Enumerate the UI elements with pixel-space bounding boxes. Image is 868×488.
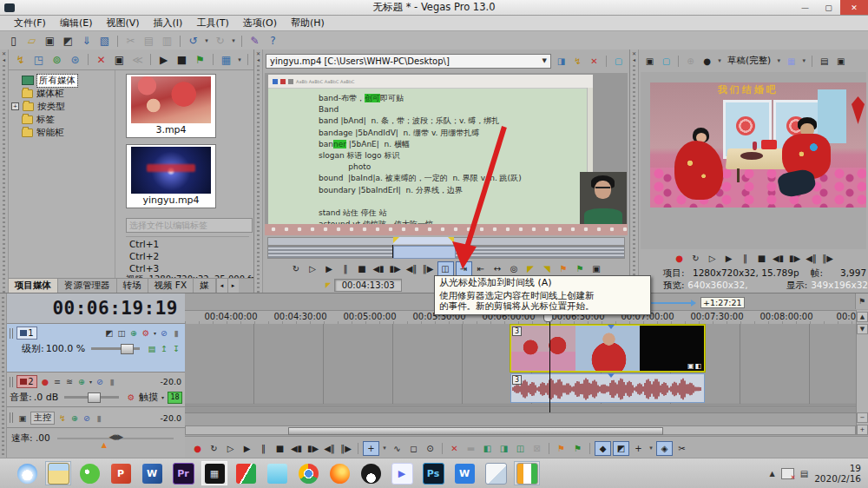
media-play-icon[interactable]: ▶	[155, 52, 172, 68]
minimize-button[interactable]: —	[793, 0, 817, 15]
capture-frame-icon[interactable]: ↯	[570, 54, 585, 68]
envelope-icon[interactable]: ≋	[63, 376, 76, 387]
track-fx-icon[interactable]: ⊕	[128, 327, 140, 339]
audio-event-clip[interactable]: 3	[510, 373, 705, 403]
next-frame-icon[interactable]: ‖▶	[339, 441, 353, 455]
play-icon[interactable]: ▶	[240, 441, 254, 455]
tree-item-1[interactable]: 媒体柜	[9, 87, 115, 100]
tree-item-2[interactable]: +按类型	[9, 100, 115, 113]
audio-track-header[interactable]: 2 ●≡≋⊕▾⊘▮ -20.0 音量: .0 dB ⚙ 触摸 ▾ 18	[7, 373, 185, 407]
zoom-in-icon[interactable]: +	[857, 425, 868, 435]
vertical-scrollbar[interactable]: ▲ ▼ − +	[856, 310, 868, 435]
go-to-start-icon[interactable]: ◀▮	[771, 251, 786, 265]
compositing-mode-icon[interactable]: ▤	[146, 343, 158, 354]
tree-item-4[interactable]: 智能柜	[9, 126, 115, 139]
auto-ripple-icon[interactable]: ◩	[613, 441, 629, 456]
master-bus-header[interactable]: ▣ 主控 ↯⊕⊘▮ -20.0	[7, 407, 185, 428]
menu-item-3[interactable]: 插入(I)	[147, 16, 190, 30]
automation-gear-icon[interactable]: ⚙	[125, 392, 137, 403]
close-button[interactable]: ✕	[840, 0, 868, 15]
selection-tool-icon[interactable]: ◻	[406, 441, 421, 455]
menu-item-0[interactable]: 文件(F)	[7, 16, 53, 30]
envelope-tool-icon[interactable]: ∿	[390, 441, 404, 455]
taskbar-powerpoint-icon[interactable]: P	[108, 461, 134, 485]
stop-icon[interactable]: ■	[273, 441, 287, 455]
tree-item-3[interactable]: 标签	[9, 113, 115, 126]
tag-edit-box[interactable]: 选择文件以编辑标签	[126, 218, 253, 233]
tab-1[interactable]: 资源管理器	[58, 279, 117, 293]
slip-icon[interactable]: ◨	[496, 441, 511, 455]
ungroup-icon[interactable]: ✂	[674, 441, 689, 455]
audio-editor-icon[interactable]: ◎	[507, 262, 522, 276]
taskbar-word-icon[interactable]: W	[139, 461, 165, 485]
track-grip[interactable]	[10, 377, 15, 387]
menu-item-1[interactable]: 编辑(E)	[53, 16, 100, 30]
delete-icon[interactable]: ✕	[447, 441, 462, 455]
automation-mode[interactable]: 触摸	[139, 391, 158, 404]
zoom-tool-icon[interactable]: ⊙	[423, 441, 437, 455]
remove-media-icon[interactable]: ✕	[93, 52, 109, 68]
video-output-fx-icon[interactable]: ⊕	[683, 54, 698, 68]
collapse-icon[interactable]: ◂	[257, 56, 260, 63]
play-icon[interactable]: ▶	[322, 262, 337, 276]
get-media-web-icon[interactable]: ⊚	[49, 52, 65, 68]
zoom-out-icon[interactable]: −	[857, 412, 868, 423]
split-dropdown-icon[interactable]: ▾	[716, 54, 723, 68]
insert-event-icon[interactable]: +	[631, 441, 646, 455]
taskbar-xunfei-icon[interactable]: ▶	[389, 461, 415, 485]
trim-icon[interactable]: ▬	[464, 441, 478, 455]
slide-icon[interactable]: ◫	[513, 441, 528, 455]
scroll-down-icon[interactable]: ▼	[857, 324, 868, 334]
trimmer-scrub-area[interactable]	[267, 237, 625, 260]
taskbar-vegas-icon[interactable]: ▦	[201, 461, 227, 485]
media-panel-grip[interactable]: ✕◂	[0, 49, 9, 293]
interaction-brush-icon[interactable]: ✎	[247, 33, 263, 49]
voice-fx-icon[interactable]: ↯	[56, 412, 69, 424]
dim-icon[interactable]: ▮	[93, 412, 105, 424]
taskbar-photoshop-icon[interactable]: Ps	[420, 461, 446, 485]
mute-icon[interactable]: ⊘	[94, 376, 106, 387]
taskbar-wechat-icon[interactable]	[76, 461, 102, 485]
out-marker[interactable]	[448, 237, 454, 243]
media-clip-card[interactable]: 3.mp4	[126, 74, 216, 138]
taskbar-cat-app-icon[interactable]	[264, 461, 290, 485]
mute-icon[interactable]: ⊘	[158, 327, 170, 339]
quality-dropdown-icon[interactable]: ▾	[775, 54, 782, 68]
timeline-grip[interactable]	[0, 293, 7, 459]
copy-icon[interactable]: ▤	[141, 33, 157, 49]
make-parent-icon[interactable]: ↥	[158, 343, 170, 354]
redo-dropdown-icon[interactable]: ▾	[230, 33, 237, 49]
overlays-dropdown-icon[interactable]: ▾	[800, 54, 807, 68]
play-from-start-icon[interactable]: ▷	[705, 251, 720, 265]
import-media-icon[interactable]: ⇓	[78, 33, 95, 49]
tree-item-0[interactable]: 所有媒体	[9, 74, 115, 87]
volume-slider[interactable]	[64, 396, 119, 399]
scroll-up-icon[interactable]: ▲	[857, 312, 868, 322]
preview-video-area[interactable]: 我们结婚吧	[641, 72, 866, 249]
drop-marker-icon[interactable]: ⚑	[556, 262, 571, 276]
automation-icon[interactable]: ⚙	[140, 327, 152, 339]
collapse-icon[interactable]: ◂	[633, 56, 635, 63]
bypass-motion-blur-icon[interactable]: ◩	[103, 327, 115, 339]
horizontal-scrollbar[interactable]	[185, 425, 856, 435]
mark-out-icon[interactable]: ◥	[540, 262, 555, 276]
expand-icon[interactable]: +	[11, 102, 19, 110]
track-motion-icon[interactable]: ◫	[115, 327, 128, 339]
shuttle-slider[interactable]: ◀◆▶	[57, 438, 174, 439]
play-from-start-icon[interactable]: ▷	[306, 262, 320, 276]
video-event-clip[interactable]: 3 ▣◧	[510, 325, 705, 372]
video-props-icon[interactable]: ▣	[642, 54, 657, 68]
group-icon[interactable]: ◈	[656, 441, 673, 456]
enable-snapping-icon[interactable]: ◆	[595, 441, 611, 456]
taskbar-file-explorer-icon[interactable]	[45, 461, 71, 485]
track-fx-icon[interactable]: ⊕	[76, 376, 88, 387]
tag-shortcut-1[interactable]: Ctrl+2	[126, 250, 253, 262]
tray-expand-icon[interactable]: ▲	[770, 470, 775, 478]
menu-item-2[interactable]: 视图(V)	[99, 16, 146, 30]
tag-shortcut-2[interactable]: Ctrl+3	[126, 262, 253, 274]
solo-icon[interactable]: ▮	[170, 327, 182, 339]
media-properties-icon[interactable]: ▣	[111, 52, 128, 68]
slider-knob[interactable]	[88, 392, 101, 403]
timeline-track-area[interactable]: +1:27:21 00:04:00:0000:04:30:0000:05:00:…	[185, 293, 868, 459]
fit-to-fill-icon[interactable]: ↔	[490, 262, 505, 276]
